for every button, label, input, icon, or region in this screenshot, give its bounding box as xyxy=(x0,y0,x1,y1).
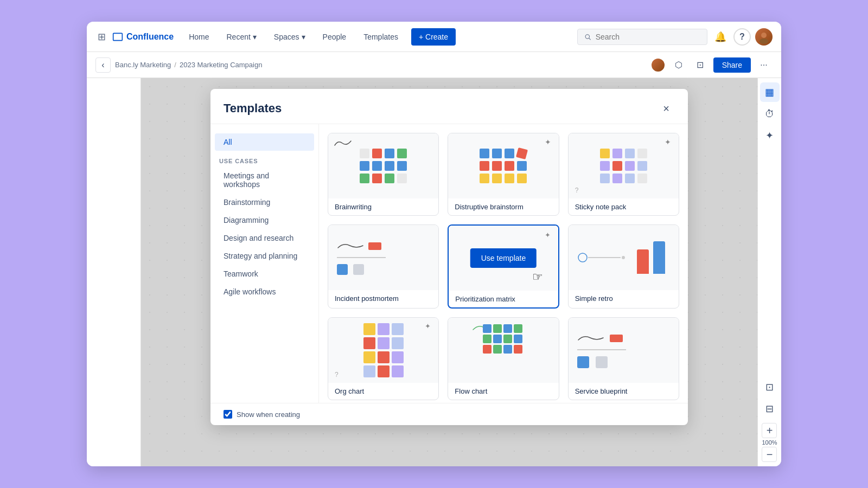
modal-footer: Show when creating xyxy=(210,403,688,425)
collaborator-avatar xyxy=(650,57,666,73)
template-card-prioritization[interactable]: ✦ Use template ☞ Prioritization matrix xyxy=(448,224,559,309)
sidebar-item-diagramming[interactable]: Diagramming xyxy=(215,211,314,229)
template-label-flow-chart: Flow chart xyxy=(448,383,558,400)
use-cases-section-label: USE CASES xyxy=(210,151,318,166)
use-template-button[interactable]: Use template xyxy=(470,248,537,268)
user-avatar[interactable] xyxy=(755,28,773,46)
svg-point-6 xyxy=(578,253,587,262)
zoom-out-button[interactable]: − xyxy=(762,447,777,462)
chevron-down-icon: ▾ xyxy=(302,33,305,41)
zoom-in-button[interactable]: + xyxy=(762,423,777,438)
sidebar-item-meetings[interactable]: Meetings and workshops xyxy=(215,167,314,193)
template-thumb-incident xyxy=(328,225,438,290)
canvas-area[interactable]: Templates × All USE CASES xyxy=(141,78,757,466)
template-label-prioritization: Prioritization matrix xyxy=(449,291,558,307)
logo[interactable]: Confluence xyxy=(112,31,174,42)
template-grid-area: Brainwriting xyxy=(319,124,688,403)
more-options-button[interactable]: ··· xyxy=(755,56,773,74)
modal-close-button[interactable]: × xyxy=(658,100,675,117)
toolbar-save-icon[interactable]: ⊡ xyxy=(692,56,709,74)
create-button[interactable]: + Create xyxy=(411,28,456,46)
right-panel-grid-button[interactable]: ▦ xyxy=(760,82,780,102)
sidebar-item-strategy[interactable]: Strategy and planning xyxy=(215,247,314,265)
template-card-org-chart[interactable]: ✦ ? Org chart xyxy=(328,317,439,400)
sidebar xyxy=(87,78,141,466)
cursor-icon: ☞ xyxy=(532,270,543,284)
sidebar-item-agile[interactable]: Agile workflows xyxy=(215,283,314,300)
template-thumb-flow-chart xyxy=(448,318,558,383)
templates-modal: Templates × All USE CASES xyxy=(210,89,688,425)
breadcrumb-separator: / xyxy=(174,61,176,69)
logo-text: Confluence xyxy=(126,32,174,42)
notifications-button[interactable]: 🔔 xyxy=(712,28,729,46)
modal-body: All USE CASES Meetings and workshops Bra… xyxy=(210,124,688,403)
breadcrumb-child[interactable]: 2023 Marketing Campaign xyxy=(180,61,262,69)
breadcrumb: Banc.ly Marketing / 2023 Marketing Campa… xyxy=(115,61,262,69)
sidebar-toggle[interactable]: ‹ xyxy=(95,57,111,73)
template-card-flow-chart[interactable]: Flow chart xyxy=(448,317,559,400)
template-label-sticky: Sticky note pack xyxy=(569,198,679,215)
nav-home[interactable]: Home xyxy=(182,28,215,46)
template-label-distruptive: Distruptive brainstorm xyxy=(448,198,558,215)
template-thumb-prioritization: ✦ Use template ☞ xyxy=(449,226,558,291)
template-card-simple-retro[interactable]: Simple retro xyxy=(568,224,679,309)
zoom-level: 100% xyxy=(762,439,777,446)
template-label-org-chart: Org chart xyxy=(328,383,438,400)
template-thumb-simple-retro xyxy=(569,225,679,290)
chevron-down-icon: ▾ xyxy=(253,33,257,41)
app-window: ⊞ Confluence Home Recent ▾ Spaces ▾ Peop… xyxy=(87,22,781,466)
template-label-incident: Incident postmortem xyxy=(328,290,438,307)
template-card-sticky[interactable]: ✦ ? Sticky note pack xyxy=(568,133,679,216)
navbar: ⊞ Confluence Home Recent ▾ Spaces ▾ Peop… xyxy=(87,22,781,52)
modal-sidebar: All USE CASES Meetings and workshops Bra… xyxy=(210,124,319,403)
template-thumb-brainwriting xyxy=(328,133,438,198)
search-bar[interactable] xyxy=(577,29,707,45)
search-input[interactable] xyxy=(596,33,700,41)
show-when-creating-checkbox[interactable] xyxy=(224,410,232,419)
template-thumb-sticky: ✦ ? xyxy=(569,133,679,198)
svg-point-8 xyxy=(622,256,625,259)
nav-people[interactable]: People xyxy=(316,28,353,46)
sidebar-item-design[interactable]: Design and research xyxy=(215,229,314,247)
sidebar-item-teamwork[interactable]: Teamwork xyxy=(215,265,314,282)
collaborator-avatars xyxy=(654,57,666,73)
svg-rect-4 xyxy=(368,242,381,250)
svg-point-2 xyxy=(761,33,767,38)
template-thumb-distruptive: ✦ xyxy=(448,133,558,198)
template-thumb-org-chart: ✦ ? xyxy=(328,318,438,383)
help-button[interactable]: ? xyxy=(733,28,751,46)
right-panel-timer-button[interactable]: ⏱ xyxy=(760,104,780,124)
right-panel-star-button[interactable]: ✦ xyxy=(760,126,780,145)
svg-rect-9 xyxy=(610,335,623,342)
template-card-incident[interactable]: Incident postmortem xyxy=(328,224,439,309)
nav-recent[interactable]: Recent ▾ xyxy=(220,28,263,46)
right-panel-select2-button[interactable]: ⊟ xyxy=(760,399,780,419)
sidebar-item-brainstorming[interactable]: Brainstorming xyxy=(215,194,314,211)
modal-title: Templates xyxy=(224,101,658,115)
toolbar-row: ‹ Banc.ly Marketing / 2023 Marketing Cam… xyxy=(87,52,781,78)
right-panel: ▦ ⏱ ✦ ⊡ ⊟ + 100% − xyxy=(757,78,781,466)
template-thumb-service-blueprint xyxy=(569,318,679,383)
template-card-service-blueprint[interactable]: Service blueprint xyxy=(568,317,679,400)
svg-point-0 xyxy=(585,34,589,38)
modal-header: Templates × xyxy=(210,89,688,124)
svg-point-3 xyxy=(760,38,768,44)
show-when-creating-label: Show when creating xyxy=(237,410,300,419)
nav-templates[interactable]: Templates xyxy=(357,28,405,46)
grid-icon[interactable]: ⊞ xyxy=(95,29,108,45)
sidebar-item-all[interactable]: All xyxy=(215,133,314,151)
template-label-simple-retro: Simple retro xyxy=(569,290,679,307)
template-label-brainwriting: Brainwriting xyxy=(328,198,438,215)
template-grid: Brainwriting xyxy=(328,133,679,400)
main-area: Templates × All USE CASES xyxy=(87,78,781,466)
nav-spaces[interactable]: Spaces ▾ xyxy=(267,28,312,46)
modal-overlay: Templates × All USE CASES xyxy=(141,78,757,466)
search-icon xyxy=(584,33,591,41)
toolbar-share-icon[interactable]: ⬡ xyxy=(670,56,687,74)
share-button[interactable]: Share xyxy=(713,57,751,73)
template-card-brainwriting[interactable]: Brainwriting xyxy=(328,133,439,216)
svg-line-1 xyxy=(589,38,591,40)
template-card-distruptive[interactable]: ✦ Distruptive brainstorm xyxy=(448,133,559,216)
right-panel-select1-button[interactable]: ⊡ xyxy=(760,377,780,397)
breadcrumb-root[interactable]: Banc.ly Marketing xyxy=(115,61,171,69)
